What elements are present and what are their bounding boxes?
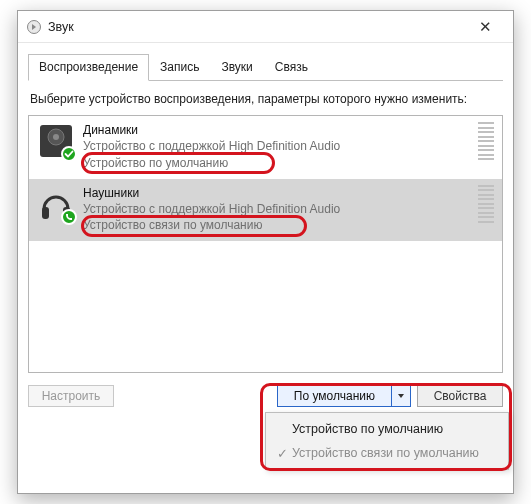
dropdown-arrow-icon[interactable]	[392, 386, 410, 406]
device-driver: Устройство с поддержкой High Definition …	[83, 201, 472, 217]
menu-default-comm-device[interactable]: ✓ Устройство связи по умолчанию	[266, 441, 508, 465]
device-name: Динамики	[83, 122, 472, 138]
close-button[interactable]: ✕	[465, 18, 505, 36]
tab-playback[interactable]: Воспроизведение	[28, 54, 149, 81]
button-row: Настроить По умолчанию Свойства	[28, 385, 503, 407]
tab-strip: Воспроизведение Запись Звуки Связь	[28, 53, 503, 81]
check-icon: ✓	[272, 446, 292, 461]
device-name: Наушники	[83, 185, 472, 201]
menu-item-label: Устройство по умолчанию	[292, 422, 443, 436]
configure-button: Настроить	[28, 385, 114, 407]
set-default-button-label[interactable]: По умолчанию	[278, 386, 392, 406]
set-default-split-button[interactable]: По умолчанию	[277, 385, 411, 407]
tab-recording[interactable]: Запись	[149, 54, 210, 81]
device-info: Динамики Устройство с поддержкой High De…	[83, 122, 472, 171]
level-meter	[478, 185, 494, 223]
device-status: Устройство по умолчанию	[83, 155, 472, 171]
tab-sounds[interactable]: Звуки	[210, 54, 263, 81]
device-info: Наушники Устройство с поддержкой High De…	[83, 185, 472, 234]
device-status: Устройство связи по умолчанию	[83, 217, 472, 233]
default-dropdown-menu: Устройство по умолчанию ✓ Устройство свя…	[265, 412, 509, 470]
properties-button[interactable]: Свойства	[417, 385, 503, 407]
speakers-icon	[37, 122, 75, 160]
level-meter	[478, 122, 494, 160]
comm-badge-icon	[61, 209, 77, 225]
content-area: Воспроизведение Запись Звуки Связь Выбер…	[18, 43, 513, 417]
menu-item-label: Устройство связи по умолчанию	[292, 446, 479, 460]
device-speakers[interactable]: Динамики Устройство с поддержкой High De…	[29, 116, 502, 179]
svg-point-3	[53, 134, 59, 140]
device-driver: Устройство с поддержкой High Definition …	[83, 138, 472, 154]
instruction-text: Выберите устройство воспроизведения, пар…	[30, 91, 501, 107]
sound-dialog: Звук ✕ Воспроизведение Запись Звуки Связ…	[17, 10, 514, 494]
device-list[interactable]: Динамики Устройство с поддержкой High De…	[28, 115, 503, 373]
svg-rect-4	[42, 207, 49, 219]
tab-communications[interactable]: Связь	[264, 54, 319, 81]
menu-default-device[interactable]: Устройство по умолчанию	[266, 417, 508, 441]
titlebar: Звук ✕	[18, 11, 513, 43]
headphones-icon	[37, 185, 75, 223]
device-headphones[interactable]: Наушники Устройство с поддержкой High De…	[29, 179, 502, 242]
window-title: Звук	[48, 20, 74, 34]
sound-icon	[26, 19, 42, 35]
